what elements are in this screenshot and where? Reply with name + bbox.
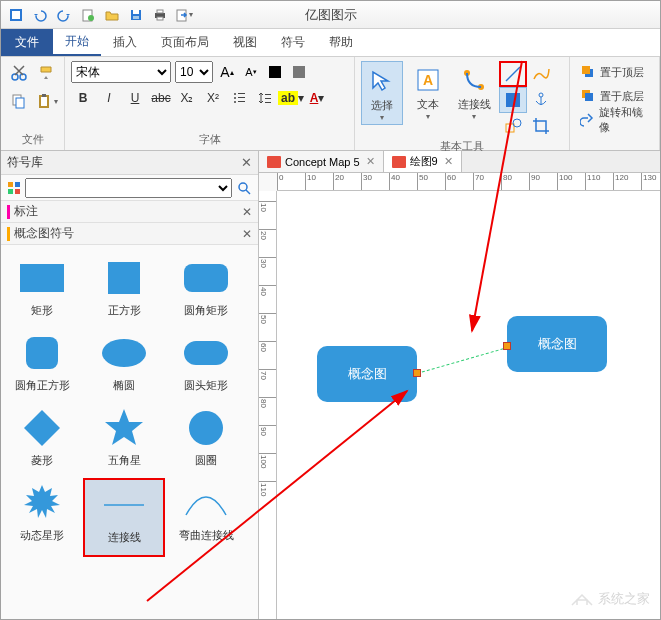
shape-circle[interactable]: 圆圈 — [165, 403, 247, 478]
svg-point-33 — [539, 93, 543, 97]
title-bar: ▾ 亿图图示 — [1, 1, 660, 29]
section-close-icon[interactable]: ✕ — [242, 227, 252, 241]
section-concept[interactable]: 概念图符号 ✕ — [1, 223, 258, 245]
shape-curve[interactable]: 弯曲连接线 — [165, 478, 247, 557]
svg-rect-6 — [133, 16, 139, 19]
shape-star[interactable]: 五角星 — [83, 403, 165, 478]
svg-rect-24 — [265, 94, 271, 95]
app-menu-icon[interactable] — [5, 4, 27, 26]
subscript-button[interactable]: X₂ — [175, 87, 199, 109]
line-tool[interactable] — [499, 61, 527, 87]
highlight-icon[interactable]: ab▾ — [279, 87, 303, 109]
library-toggle-icon[interactable] — [5, 179, 23, 197]
svg-rect-8 — [157, 10, 163, 13]
crop-tool[interactable] — [527, 113, 555, 139]
shape-round-head-rect[interactable]: 圆头矩形 — [165, 328, 247, 403]
tab-layout[interactable]: 页面布局 — [149, 29, 221, 56]
search-icon[interactable] — [234, 178, 254, 198]
italic-button[interactable]: I — [97, 87, 121, 109]
connector-handle-start[interactable] — [413, 369, 421, 377]
svg-rect-40 — [8, 182, 13, 187]
library-select[interactable] — [25, 178, 232, 198]
select-tool[interactable]: 选择 ▾ — [361, 61, 403, 125]
bold-button[interactable]: B — [71, 87, 95, 109]
paste-icon[interactable]: ▾ — [35, 89, 59, 113]
print-icon[interactable] — [149, 4, 171, 26]
open-icon[interactable] — [101, 4, 123, 26]
svg-rect-43 — [15, 189, 20, 194]
shape-ellipse[interactable]: 椭圆 — [83, 328, 165, 403]
redo-icon[interactable] — [53, 4, 75, 26]
shape-round-rect[interactable]: 圆角矩形 — [165, 253, 247, 328]
document-tabs: Concept Map 5✕ 绘图9✕ — [259, 151, 660, 173]
panel-header: 符号库 ✕ — [1, 151, 258, 175]
concept-node-1[interactable]: 概念图 — [317, 346, 417, 402]
tab-symbol[interactable]: 符号 — [269, 29, 317, 56]
rotate-mirror-button[interactable]: 旋转和镜像 — [576, 109, 653, 131]
font-color-swatch[interactable] — [265, 62, 285, 82]
tab-start[interactable]: 开始 — [53, 29, 101, 56]
format-painter-icon[interactable] — [35, 61, 59, 85]
connector-tool[interactable]: 连接线 ▾ — [453, 61, 495, 123]
shape-align-tool[interactable] — [499, 87, 527, 113]
svg-text:A: A — [423, 72, 433, 88]
superscript-button[interactable]: X² — [201, 87, 225, 109]
connector-line[interactable] — [417, 347, 509, 374]
svg-point-20 — [234, 97, 236, 99]
pencil-tool[interactable] — [527, 61, 555, 87]
shape-round-square[interactable]: 圆角正方形 — [1, 328, 83, 403]
panel-close-icon[interactable]: ✕ — [241, 155, 252, 170]
font-color-icon[interactable]: A▾ — [305, 87, 329, 109]
tab-insert[interactable]: 插入 — [101, 29, 149, 56]
strike-button[interactable]: abc — [149, 87, 173, 109]
shape-rect[interactable]: 矩形 — [1, 253, 83, 328]
shrink-font-icon[interactable]: A▾ — [241, 62, 261, 82]
svg-rect-5 — [133, 10, 139, 14]
cut-icon[interactable] — [7, 61, 31, 85]
shape-square[interactable]: 正方形 — [83, 253, 165, 328]
section-close-icon[interactable]: ✕ — [242, 205, 252, 219]
tools-group: 选择 ▾ A 文本 ▾ 连接线 ▾ 基本工具 — [355, 57, 570, 150]
file-tab[interactable]: 文件 — [1, 29, 53, 56]
grow-font-icon[interactable]: A▴ — [217, 62, 237, 82]
bring-front-button[interactable]: 置于顶层 — [576, 61, 648, 83]
save-icon[interactable] — [125, 4, 147, 26]
ribbon-tabs: 文件 开始 插入 页面布局 视图 符号 帮助 — [1, 29, 660, 57]
font-name-select[interactable]: 宋体 — [71, 61, 171, 83]
section-stripe-icon — [7, 205, 10, 219]
line-spacing-icon[interactable] — [253, 87, 277, 109]
geometry-tool[interactable] — [499, 113, 527, 139]
close-tab-icon[interactable]: ✕ — [366, 155, 375, 168]
svg-point-18 — [234, 93, 236, 95]
svg-rect-16 — [41, 97, 47, 106]
svg-rect-26 — [265, 102, 271, 103]
canvas[interactable]: 概念图 概念图 系统之家 — [277, 191, 660, 619]
tab-view[interactable]: 视图 — [221, 29, 269, 56]
doc-tab-concept-map[interactable]: Concept Map 5✕ — [259, 151, 384, 172]
connector-handle-end[interactable] — [503, 342, 511, 350]
tab-help[interactable]: 帮助 — [317, 29, 365, 56]
close-tab-icon[interactable]: ✕ — [444, 155, 453, 168]
anchor-tool[interactable] — [527, 87, 555, 113]
new-icon[interactable] — [77, 4, 99, 26]
shape-line[interactable]: 连接线 — [83, 478, 165, 557]
export-icon[interactable]: ▾ — [173, 4, 195, 26]
text-tool[interactable]: A 文本 ▾ — [407, 61, 449, 123]
section-callout[interactable]: 标注 ✕ — [1, 201, 258, 223]
concept-node-2[interactable]: 概念图 — [507, 316, 607, 372]
copy-icon[interactable] — [7, 89, 31, 113]
undo-icon[interactable] — [29, 4, 51, 26]
underline-button[interactable]: U — [123, 87, 147, 109]
arrange-group: 置于顶层 置于底层 旋转和镜像 — [570, 57, 660, 150]
panel-title: 符号库 — [7, 154, 241, 171]
shape-dynamic-star[interactable]: 动态星形 — [1, 478, 83, 557]
shapes-grid: 矩形 正方形 圆角矩形 圆角正方形 椭圆 圆头矩形 菱形 五角星 圆圈 动态星形… — [1, 245, 258, 619]
font-size-select[interactable]: 10 — [175, 61, 213, 83]
doc-tab-drawing9[interactable]: 绘图9✕ — [384, 151, 462, 172]
svg-rect-42 — [8, 189, 13, 194]
canvas-wrap: Concept Map 5✕ 绘图9✕ 0 10 20 30 40 50 60 … — [259, 151, 660, 619]
shape-diamond[interactable]: 菱形 — [1, 403, 83, 478]
font-shadow-swatch[interactable] — [289, 62, 309, 82]
bullets-icon[interactable] — [227, 87, 251, 109]
send-back-button[interactable]: 置于底层 — [576, 85, 648, 107]
